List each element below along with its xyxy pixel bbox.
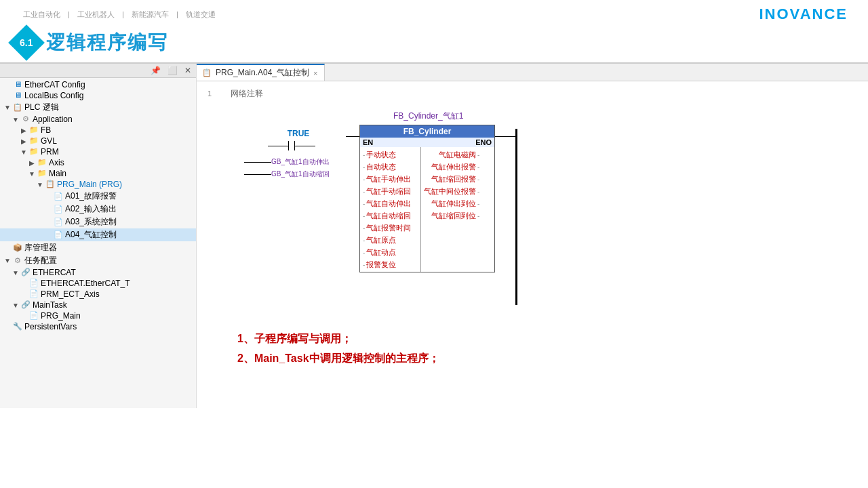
toggle-application[interactable]: ▼ — [11, 116, 20, 123]
a02-icon: 📄 — [53, 205, 64, 214]
localbus-config-label: LocalBus Config — [24, 91, 83, 100]
nav-item-3[interactable]: 新能源汽车 — [132, 10, 169, 18]
fb-en-row: EN ENO — [360, 138, 494, 147]
sidebar-item-prg-main-task[interactable]: 📄 PRG_Main — [0, 310, 196, 321]
sidebar-item-maintask[interactable]: ▼ 🔗 MainTask — [0, 300, 196, 310]
sidebar-item-warehouse[interactable]: 📦 库管理器 — [0, 241, 196, 254]
fb-port-auto-state: - 自动状态 — [363, 161, 418, 173]
tab-a04[interactable]: 📋 PRG_Main.A04_气缸控制 × — [197, 64, 325, 81]
fb-port-retract-alarm: 气缸缩回报警 - — [424, 173, 479, 185]
sidebar-item-a01[interactable]: 📄 A01_故障报警 — [0, 190, 196, 203]
ethercat-task-label: ETHERCAT — [33, 268, 76, 277]
nav-item-2[interactable]: 工业机器人 — [77, 10, 115, 18]
sidebar-item-ethercat-config[interactable]: 🖥 EtherCAT Config — [0, 79, 196, 90]
toggle-prm[interactable]: ▼ — [19, 148, 28, 156]
sidebar-item-ethercat-task[interactable]: ▼ 🔗 ETHERCAT — [0, 267, 196, 278]
tab-close-btn[interactable]: × — [313, 69, 317, 77]
wire-gb-retract: GB_气缸1自动缩回 — [271, 169, 330, 179]
a03-icon: 📄 — [53, 218, 64, 227]
sidebar-item-fb[interactable]: ▶ 📁 FB — [0, 125, 196, 136]
sidebar-item-axis[interactable]: ▶ 📁 Axis — [0, 157, 196, 168]
toggle-main[interactable]: ▼ — [27, 170, 37, 178]
plc-logic-icon: 📋 — [12, 103, 23, 113]
sidebar-item-task-config[interactable]: ▼ ⚙ 任务配置 — [0, 254, 196, 267]
nav-item-1[interactable]: 工业自动化 — [23, 10, 60, 18]
ethercat-task-icon: 🔗 — [20, 268, 31, 277]
sidebar-item-prm-ect-axis[interactable]: 📄 PRM_ECT_Axis — [0, 289, 196, 300]
persistent-vars-label: PersistentVars — [24, 322, 77, 331]
ethercat-config-icon: 🖥 — [12, 80, 23, 89]
sidebar-toolbar: 📌 ⬜ ✕ — [0, 64, 196, 78]
right-rail-line — [495, 129, 515, 144]
header: 工业自动化 | 工业机器人 | 新能源汽车 | 轨道交通 INOVANCE — [0, 0, 868, 26]
title-diamond: 6.1 — [8, 24, 45, 61]
port-label-retract-pos: 气缸缩回到位 — [424, 211, 476, 221]
sidebar-item-plc-logic[interactable]: ▼ 📋 PLC 逻辑 — [0, 101, 196, 114]
nav-bar: 工业自动化 | 工业机器人 | 新能源汽车 | 轨道交通 — [20, 9, 218, 20]
tab-bar: 📋 PRG_Main.A04_气缸控制 × — [197, 64, 868, 81]
port-label-alarm-reset: 报警复位 — [366, 260, 396, 270]
prg-main-label: PRG_Main (PRG) — [57, 180, 122, 189]
sidebar-item-persistent-vars[interactable]: 🔧 PersistentVars — [0, 321, 196, 332]
toggle-task-config[interactable]: ▼ — [3, 257, 12, 264]
eno-label: ENO — [475, 138, 492, 146]
fb-port-auto-extend: - 气缸自动伸出 — [363, 197, 418, 209]
a01-label: A01_故障报警 — [65, 190, 117, 202]
sidebar-item-application[interactable]: ▼ ⚙ Application — [0, 114, 196, 125]
main-layout: 📌 ⬜ ✕ 🖥 EtherCAT Config 🖥 LocalBus Confi… — [0, 62, 868, 408]
main-label: Main — [49, 169, 66, 178]
port-label-move: 气缸动点 — [366, 247, 396, 258]
toggle-prg-main[interactable]: ▼ — [35, 181, 45, 188]
sidebar-item-gvl[interactable]: ▶ 📁 GVL — [0, 136, 196, 146]
sidebar-item-ethercat-t[interactable]: 📄 ETHERCAT.EtherCAT_T — [0, 278, 196, 289]
sidebar-pin-btn[interactable]: 📌 — [149, 65, 163, 76]
fb-body: - 手动状态 - 自动状态 - — [360, 147, 494, 272]
port-label-auto-extend: 气缸自动伸出 — [366, 199, 411, 209]
a03-label: A03_系统控制 — [65, 216, 117, 228]
toggle-maintask[interactable]: ▼ — [11, 302, 20, 309]
sidebar-item-localbus-config[interactable]: 🖥 LocalBus Config — [0, 90, 196, 101]
a04-icon: 📄 — [53, 230, 64, 240]
a02-label: A02_输入输出 — [65, 203, 117, 215]
fb-port-alarm-reset: - 报警复位 — [363, 258, 418, 270]
application-label: Application — [33, 115, 73, 124]
toggle-plc-logic[interactable]: ▼ — [3, 104, 12, 111]
toggle-gvl[interactable]: ▶ — [19, 138, 28, 145]
sidebar-close-btn[interactable]: ✕ — [182, 65, 193, 76]
ethercat-t-icon: 📄 — [28, 279, 39, 288]
toggle-ethercat-task[interactable]: ▼ — [11, 269, 20, 277]
ethercat-t-label: ETHERCAT.EtherCAT_T — [41, 279, 130, 288]
bottom-text: 1、子程序编写与调用； 2、Main_Task中调用逻辑控制的主程序； — [197, 312, 868, 392]
sidebar-item-prm[interactable]: ▼ 📁 PRM — [0, 146, 196, 157]
sidebar-item-a04[interactable]: 📄 A04_气缸控制 — [0, 228, 196, 241]
fb-right-ports: 气缸电磁阀 - 气缸伸出报警 - 气缸缩回报警 — [421, 147, 482, 272]
fb-port-middle-alarm: 气缸中间位报警 - — [424, 185, 479, 197]
maintask-label: MainTask — [33, 300, 67, 310]
code-area[interactable]: 1 网络注释 FB_Cylinder_气缸1 — [197, 81, 868, 408]
fb-port-auto-retract: - 气缸自动缩回 — [363, 209, 418, 222]
toggle-fb[interactable]: ▶ — [19, 127, 28, 134]
prg-main-task-label: PRG_Main — [41, 311, 81, 321]
nav-item-4[interactable]: 轨道交通 — [186, 10, 216, 18]
fb-block: FB_Cylinder EN ENO - — [359, 125, 495, 272]
nav-sep-3: | — [176, 10, 180, 18]
sidebar-item-main[interactable]: ▼ 📁 Main — [0, 168, 196, 179]
maintask-icon: 🔗 — [20, 300, 31, 310]
fb-left-ports: - 手动状态 - 自动状态 - — [360, 147, 421, 272]
fb-port-extend-alarm: 气缸伸出报警 - — [424, 161, 479, 173]
sidebar-float-btn[interactable]: ⬜ — [165, 65, 180, 76]
content-area: 📋 PRG_Main.A04_气缸控制 × 1 网络注释 FB_Cylind — [197, 64, 868, 408]
plc-logic-label: PLC 逻辑 — [24, 102, 59, 113]
logo: INOVANCE — [760, 5, 848, 23]
nav-sep-1: | — [68, 10, 72, 18]
prm-ect-axis-icon: 📄 — [28, 289, 39, 299]
sidebar-item-prg-main[interactable]: ▼ 📋 PRG_Main (PRG) — [0, 179, 196, 190]
fb-port-extend-pos: 气缸伸出到位 - — [424, 197, 479, 209]
a01-icon: 📄 — [53, 192, 64, 201]
sidebar-item-a02[interactable]: 📄 A02_输入输出 — [0, 203, 196, 216]
toggle-axis[interactable]: ▶ — [27, 159, 37, 167]
sidebar-tree[interactable]: 🖥 EtherCAT Config 🖥 LocalBus Config ▼ 📋 … — [0, 78, 196, 408]
fb-icon: 📁 — [28, 125, 39, 135]
sidebar-item-a03[interactable]: 📄 A03_系统控制 — [0, 216, 196, 228]
port-label-extend-pos: 气缸伸出到位 — [424, 199, 476, 209]
